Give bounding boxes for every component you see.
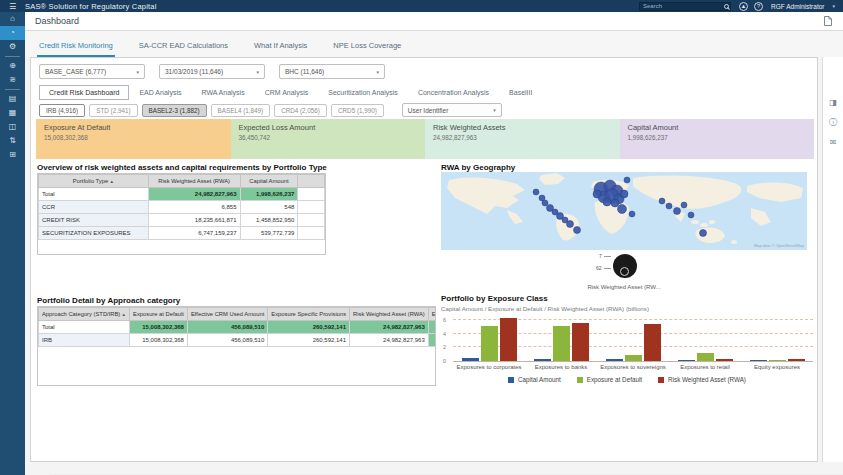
bar-risk-weighted-asset-rwa[interactable] — [644, 324, 661, 361]
table-row[interactable]: CREDIT RISK18,235,661,8711,458,852,950 — [39, 214, 325, 227]
table-row[interactable]: Total24,982,827,9631,998,626,237 — [39, 188, 325, 201]
sidebar-item-data[interactable]: ▦ — [0, 106, 25, 120]
y-tick-label: 4 — [443, 331, 446, 337]
bar-capital-amount[interactable] — [750, 360, 767, 361]
toggle-basel4-1-849[interactable]: BASEL4 (1,849) — [211, 104, 271, 117]
x-category-label: Exposures to retail — [669, 364, 741, 370]
bar-risk-weighted-asset-rwa[interactable] — [572, 323, 589, 361]
chevron-down-icon[interactable]: ▾ — [832, 3, 835, 9]
bar-exposure-at-default[interactable] — [553, 326, 570, 361]
sidebar-item-environment[interactable]: ⊞ — [0, 148, 25, 162]
bar-exposure-at-default[interactable] — [697, 353, 714, 361]
apps-icon[interactable]: ▲ — [739, 2, 748, 11]
bar-exposure-at-default[interactable] — [625, 355, 642, 361]
info-icon[interactable]: ⓘ — [829, 119, 837, 127]
map-bubble[interactable] — [574, 227, 581, 234]
subtab-concentration-analysis[interactable]: Concentration Analysis — [408, 85, 499, 100]
bar-risk-weighted-asset-rwa[interactable] — [716, 359, 733, 361]
filter-dropdown-2[interactable]: BHC (11,646)▾ — [279, 64, 385, 79]
x-axis-labels: Exposures to corporatesExposures to bank… — [453, 364, 813, 370]
cell-spare — [298, 188, 325, 201]
sidebar-item-transfer[interactable]: ⇅ — [0, 134, 25, 148]
toggle-std-2-941[interactable]: STD (2,941) — [89, 104, 137, 117]
bar-risk-weighted-asset-rwa[interactable] — [500, 318, 517, 361]
sidebar-item-settings[interactable]: ⚙ — [0, 40, 25, 54]
bar-capital-amount[interactable] — [606, 359, 623, 361]
legend-min-label: 62 — [596, 265, 602, 271]
collapse-panel-icon[interactable]: ◨ — [829, 99, 837, 107]
table-row[interactable]: SECURITIZATION EXPOSURES6,747,159,237539… — [39, 227, 325, 240]
tab-what-if-analysis[interactable]: What If Analysis — [252, 37, 309, 57]
comment-icon[interactable]: ✉ — [830, 139, 837, 147]
sidebar-item-analytics[interactable]: ≋ — [0, 73, 25, 87]
filter-dropdown-1[interactable]: 31/03/2019 (11,646)▾ — [159, 64, 265, 79]
sidebar-item-programs[interactable]: ▤ — [0, 92, 25, 106]
search-icon[interactable] — [724, 4, 729, 9]
cell: 36,450,742 — [428, 321, 436, 334]
map-bubble[interactable] — [542, 200, 548, 206]
bar-exposure-at-default[interactable] — [769, 360, 786, 361]
map-bubble[interactable] — [593, 190, 601, 198]
main-tab-bar: Credit Risk MonitoringSA-CCR EAD Calcula… — [25, 31, 843, 57]
user-menu[interactable]: RGF Administrator — [771, 3, 824, 10]
tab-npe-loss-coverage[interactable]: NPE Loss Coverage — [331, 37, 403, 57]
search-box[interactable] — [639, 2, 731, 11]
filter-dropdown-0[interactable]: BASE_CASE (6,777)▾ — [39, 64, 145, 79]
map-bubble[interactable] — [666, 203, 672, 209]
rwa-geography-map[interactable]: Map data © OpenStreetMap — [441, 172, 807, 250]
tab-credit-risk-monitoring[interactable]: Credit Risk Monitoring — [37, 37, 115, 57]
map-bubble[interactable] — [620, 190, 628, 198]
report-icon[interactable] — [823, 15, 833, 27]
map-bubble[interactable] — [629, 211, 635, 217]
map-bubble[interactable] — [618, 205, 627, 214]
subtab-securitization-analysis[interactable]: Securitization Analysis — [318, 85, 408, 100]
sidebar-item-reports[interactable]: ◫ — [0, 120, 25, 134]
sidebar-item-dashboard[interactable]: ◔ — [0, 26, 25, 40]
bar-exposure-at-default[interactable] — [481, 326, 498, 361]
map-bubble[interactable] — [624, 177, 630, 183]
toggle-crd5-1-990[interactable]: CRD5 (1,990) — [331, 104, 384, 117]
subtab-ead-analysis[interactable]: EAD Analysis — [129, 85, 191, 100]
x-category-label: Exposures to corporates — [453, 364, 525, 370]
toggle-basel2-3-1-882[interactable]: BASEL2-3 (1,882) — [142, 104, 207, 117]
search-input[interactable] — [643, 3, 721, 9]
help-icon[interactable]: ? — [754, 2, 763, 11]
table-row[interactable]: IRB15,008,302,368456,089,510260,592,1412… — [39, 334, 437, 347]
map-bubble[interactable] — [681, 202, 687, 208]
table-row[interactable]: CCR6,855548 — [39, 201, 325, 214]
map-bubble[interactable] — [674, 208, 681, 215]
user-identifier-dropdown[interactable]: User Identifier▾ — [402, 103, 502, 117]
map-bubble[interactable] — [603, 198, 611, 206]
bar-risk-weighted-asset-rwa[interactable] — [788, 359, 805, 361]
toggle-crd4-2-056[interactable]: CRD4 (2,056) — [274, 104, 327, 117]
map-attribution: Map data © OpenStreetMap — [754, 243, 804, 248]
map-bubble[interactable] — [567, 221, 574, 228]
map-bubble[interactable] — [611, 199, 619, 207]
sidebar-item-explore[interactable]: ⊕ — [0, 59, 25, 73]
bar-capital-amount[interactable] — [462, 358, 479, 361]
map-bubble[interactable] — [533, 189, 539, 195]
subtab-crm-analysis[interactable]: CRM Analysis — [255, 85, 319, 100]
sort-ascending-icon[interactable]: ▲ — [108, 179, 114, 184]
subtab-rwa-analysis[interactable]: RWA Analysis — [191, 85, 254, 100]
cell: 456,089,510 — [187, 321, 267, 334]
legend-label: Exposure at Default — [587, 376, 642, 383]
subtab-credit-risk-dashboard[interactable]: Credit Risk Dashboard — [39, 85, 129, 100]
table-row[interactable]: Total15,008,302,368456,089,510260,592,14… — [39, 321, 437, 334]
subtab-baseliii[interactable]: BaselIII — [499, 85, 542, 100]
detail-table-grid: Approach Category (STD/IRB) ▲Exposure at… — [38, 307, 436, 347]
cell-spare — [298, 201, 325, 214]
kpi-value: 1,998,626,237 — [628, 134, 807, 141]
column-header-exposure-specific-provisions: Exposure Specific Provisions — [268, 308, 350, 321]
bar-capital-amount[interactable] — [678, 360, 695, 361]
map-bubble[interactable] — [688, 212, 694, 218]
legend-max-label: 7 — [599, 253, 602, 259]
sort-ascending-icon[interactable]: ▲ — [120, 312, 126, 317]
hamburger-menu-icon[interactable]: ☰ — [0, 2, 25, 11]
map-bubble[interactable] — [700, 230, 707, 237]
tab-sa-ccr-ead-calculations[interactable]: SA-CCR EAD Calculations — [137, 37, 230, 57]
bar-capital-amount[interactable] — [534, 359, 551, 361]
map-bubble[interactable] — [659, 198, 665, 204]
sidebar-item-home[interactable]: ⌂ — [0, 12, 25, 26]
toggle-irb-4-916[interactable]: IRB (4,916) — [39, 104, 85, 117]
